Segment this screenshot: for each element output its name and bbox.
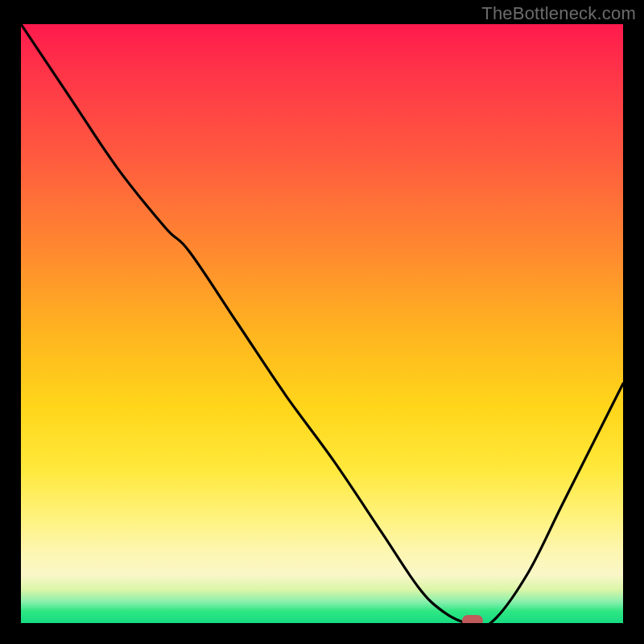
chart-frame: TheBottleneck.com [0,0,644,644]
watermark-text: TheBottleneck.com [481,3,636,24]
optimal-point-marker [462,615,483,623]
plot-area [21,24,623,623]
bottleneck-curve [21,24,623,623]
